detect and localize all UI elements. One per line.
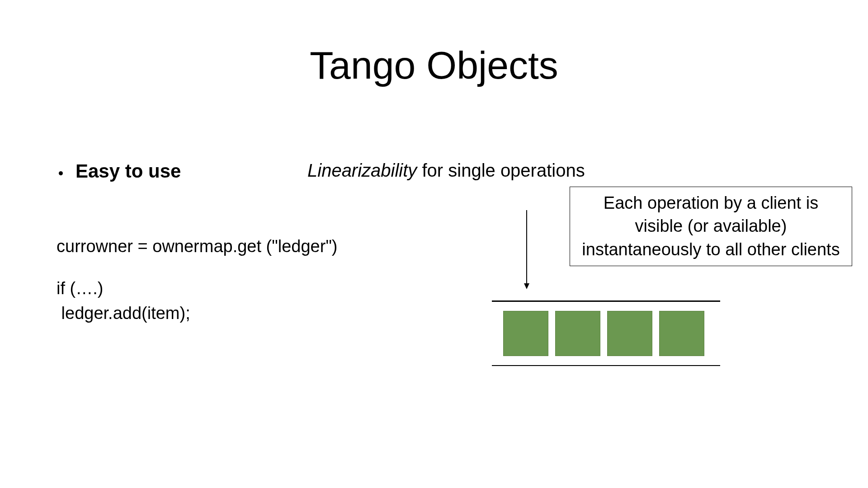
code-block: currowner = ownermap.get ("ledger") if (… xyxy=(57,234,338,326)
code-line-1: currowner = ownermap.get ("ledger") xyxy=(57,234,338,259)
log-top-line xyxy=(492,300,720,302)
subtitle-rest: for single operations xyxy=(417,160,585,180)
log-block xyxy=(607,311,652,356)
callout-box: Each operation by a client is visible (o… xyxy=(570,187,852,266)
log-block xyxy=(555,311,600,356)
bullet-text: Easy to use xyxy=(75,160,181,182)
bullet-item: Easy to use xyxy=(59,160,181,182)
svg-marker-1 xyxy=(524,283,529,289)
code-blank-line xyxy=(57,259,338,276)
slide-title: Tango Objects xyxy=(0,43,868,88)
code-line-3: ledger.add(item); xyxy=(57,301,338,326)
log-block xyxy=(503,311,548,356)
arrow-down-icon xyxy=(522,210,531,289)
log-bottom-line xyxy=(492,365,720,366)
log-block xyxy=(659,311,704,356)
log-blocks-row xyxy=(492,311,720,356)
subtitle-italic: Linearizability xyxy=(307,160,417,180)
bullet-dot-icon xyxy=(59,171,63,175)
code-line-2: if (….) xyxy=(57,276,338,301)
subtitle: Linearizability for single operations xyxy=(307,160,585,181)
log-diagram xyxy=(492,300,720,366)
